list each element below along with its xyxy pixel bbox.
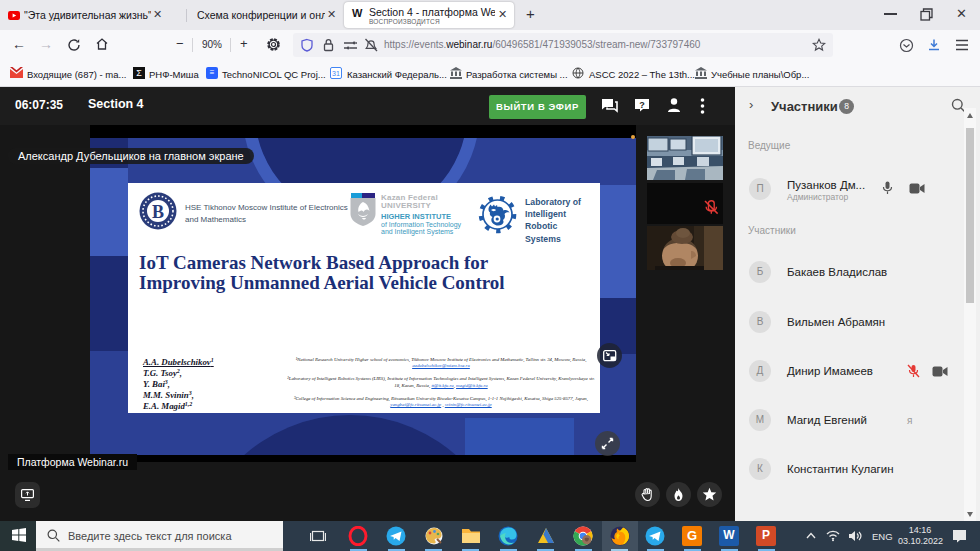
svg-text:?: ? xyxy=(639,100,645,110)
svg-text:В: В xyxy=(152,202,164,222)
